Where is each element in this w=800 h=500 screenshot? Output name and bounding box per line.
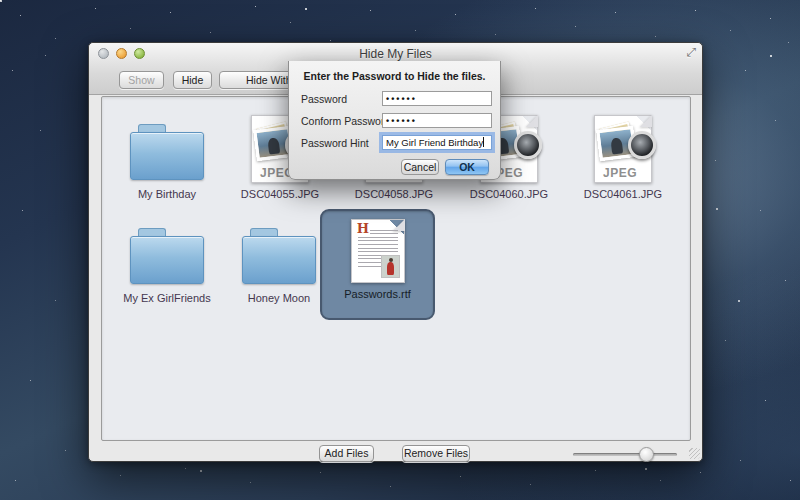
confirm-password-input[interactable]: ••••••	[382, 113, 492, 128]
titlebar[interactable]: Hide My Files ⤢	[89, 43, 702, 63]
file-label: Passwords.rtf	[322, 288, 433, 300]
file-item-passwords-rtf-selected[interactable]: H Passwords.rtf	[320, 209, 435, 320]
password-label: Password	[301, 93, 347, 105]
file-label: DSC04060.JPG	[457, 188, 561, 200]
file-label: My Birthday	[115, 188, 219, 200]
jpeg-file-icon: JPEG	[571, 111, 675, 183]
file-label: My Ex GirlFriends	[115, 292, 219, 304]
folder-icon	[115, 215, 219, 287]
remove-files-button[interactable]: Remove Files	[402, 445, 470, 462]
file-item-honey-moon[interactable]: Honey Moon	[227, 215, 331, 304]
folder-icon	[227, 215, 331, 287]
ok-button[interactable]: OK	[445, 159, 489, 175]
file-label: DSC04055.JPG	[228, 188, 332, 200]
hide-button[interactable]: Hide	[173, 71, 212, 89]
window-title: Hide My Files	[89, 47, 702, 61]
starfield-bright	[0, 0, 2, 2]
file-item-my-ex-girlfriends[interactable]: My Ex GirlFriends	[115, 215, 219, 304]
add-files-button[interactable]: Add Files	[319, 445, 374, 462]
app-window: Hide My Files ⤢ Show Hide Hide With Pass…	[88, 42, 703, 462]
password-input[interactable]: ••••••	[382, 91, 492, 106]
icon-size-slider[interactable]	[573, 446, 677, 462]
resize-grip[interactable]	[689, 448, 700, 459]
file-label: DSC04058.JPG	[342, 188, 446, 200]
text-caret	[483, 137, 484, 147]
file-item-my-birthday[interactable]: My Birthday	[115, 111, 219, 200]
fullscreen-icon[interactable]: ⤢	[686, 45, 696, 59]
rtf-dropcap: H	[357, 222, 370, 235]
password-hint-label: Password Hint	[301, 137, 369, 149]
folder-icon	[115, 111, 219, 183]
password-sheet-dialog: Enter the Password to Hide the files. Pa…	[288, 61, 501, 180]
file-label: Honey Moon	[227, 292, 331, 304]
sheet-title: Enter the Password to Hide the files.	[289, 70, 500, 82]
rtf-file-icon: H	[322, 219, 433, 283]
jpeg-badge: JPEG	[595, 166, 645, 180]
show-button[interactable]: Show	[119, 71, 164, 89]
confirm-password-label: Conform Password	[301, 115, 390, 127]
slider-track[interactable]	[573, 453, 677, 456]
slider-thumb[interactable]	[639, 447, 654, 462]
cancel-button[interactable]: Cancel	[401, 159, 439, 175]
file-label: DSC04061.JPG	[571, 188, 675, 200]
password-hint-input[interactable]: My Girl Friend Birthday	[382, 135, 492, 150]
file-item-dsc04061[interactable]: JPEG DSC04061.JPG	[571, 111, 675, 200]
